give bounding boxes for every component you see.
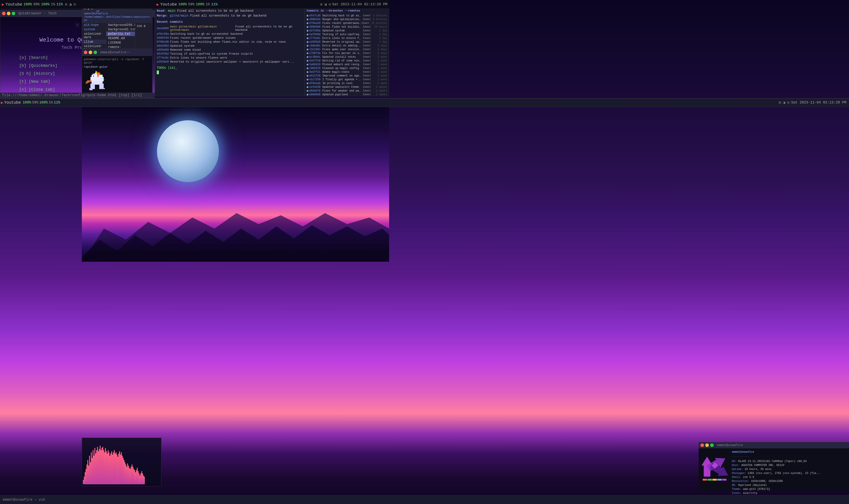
- magit-status-panel[interactable]: Head: main Fixed all screenshots to be o…: [155, 7, 305, 96]
- svg-rect-13: [93, 74, 95, 75]
- commit-dot: [307, 15, 308, 17]
- min-btn[interactable]: [7, 12, 11, 15]
- commit-time: 1 week: [373, 78, 387, 81]
- svg-rect-44: [722, 479, 726, 481]
- commits-header: Commits in --branches --remotes: [307, 9, 387, 12]
- app-name-bottom: Youtube: [4, 100, 21, 105]
- commit-time: 1 week: [373, 82, 387, 85]
- commit-dot: [307, 75, 308, 77]
- commit-msg: Pinned embark and reorganized packages: [322, 63, 362, 66]
- sep-icons: ⊞ ◨ ⊟: [65, 2, 76, 7]
- file-item-selected[interactable]: polarity.txt: [106, 32, 135, 36]
- git-merge-section: Merge: gitea/main Fixed all screenshots …: [157, 14, 303, 17]
- git-log-row: df6eeeb 3d printing is cool Emmet 1 week: [307, 82, 387, 85]
- commit-msg: Added magit-todos: [322, 71, 362, 74]
- svg-rect-41: [707, 479, 712, 481]
- commit-hash: b0b09d0: [309, 93, 322, 96]
- close-btn[interactable]: [2, 12, 5, 15]
- commit-author: Emmet: [363, 33, 372, 36]
- top-bar-right: ▶ Youtube 100% 59% 100% 1% 11% ⊞ ◨ ⊟ Sat…: [155, 0, 389, 9]
- commit-time: 1 day: [373, 33, 387, 36]
- git-log-row: 13c150c Fixes qemu user session uefi Emm…: [307, 48, 387, 51]
- commit-msg: I finally got agenda + syncthing to be: [322, 78, 362, 81]
- commit-msg: Updated uwunicorn theme: [322, 86, 362, 89]
- bottom-moon: [157, 120, 219, 182]
- commit-hash: a2650e0: [309, 40, 322, 43]
- commit-time: 1 week: [373, 67, 387, 70]
- file-item[interactable]: selenized-dark: [82, 32, 106, 40]
- screen-divider: [0, 98, 849, 98]
- neofetch-os-label: OS:: [732, 460, 738, 463]
- stat4-left: 1%: [51, 2, 55, 6]
- commit-line: dee0888 main gitea/main gitlab/main gith…: [157, 25, 303, 32]
- commit-hash: b0d4d70: [309, 89, 322, 92]
- git-log-row: e1c7259 I finally got agenda + syncthing…: [307, 78, 387, 81]
- max-btn[interactable]: [12, 12, 15, 15]
- svg-rect-26: [99, 73, 101, 76]
- audio-visualizer-window: [82, 438, 161, 486]
- commit-hash: df6eeeb: [309, 82, 322, 85]
- svg-rect-20: [89, 88, 93, 90]
- pokemon-window: emmet@snowfire:~ pokemon-colorscripts -n…: [82, 49, 152, 93]
- commit-msg: Fixes for waybar and patched custom hy: [322, 89, 362, 92]
- git-log-row: e011f28 Improved comment on agenda synct…: [307, 74, 387, 77]
- file-item[interactable]: system: [82, 27, 106, 32]
- commit-msg: Reverted to original uwunicorn wallpa: [322, 40, 362, 43]
- magit-content: Head: main Fixed all screenshots to be o…: [155, 7, 389, 96]
- git-log-row: b0d4d70 Fixes for waybar and patched cus…: [307, 89, 387, 92]
- commit-dot: [307, 49, 308, 50]
- neofetch-logo-area: [700, 450, 729, 489]
- commit-hash: 2774c0c: [309, 37, 322, 40]
- pokemon-titlebar: emmet@snowfire:~: [82, 49, 152, 56]
- file-item[interactable]: background1.txt: [106, 27, 135, 32]
- commit-msg: Switching back to gh as screenshot sub: [322, 14, 362, 17]
- commit-msg: Extra lines to ensure flakes work: [322, 37, 362, 40]
- magit-log-panel[interactable]: Commits in --branches --remotes dfe7c38 …: [305, 7, 389, 96]
- datetime-bottom: Sat 2023-11-04 02:13:20 PM: [791, 101, 846, 105]
- pokemon-name: rapidash-galar: [84, 65, 150, 69]
- commit-author: Emmet: [363, 82, 372, 85]
- commit-hash: 5af930d: [309, 33, 322, 36]
- svg-text:Q: Q: [77, 24, 78, 26]
- pokemon-art: [84, 70, 110, 93]
- neofetch-info: emmet@snowfire ----------- OS: NixOS 23.…: [732, 450, 847, 489]
- nixos-logo-svg: [700, 450, 729, 485]
- file-item[interactable]: background256.txt: [106, 23, 135, 27]
- neofetch-titlebar-text: emmet@snowfire: [717, 444, 743, 447]
- commit-time: 1 week: [373, 63, 387, 66]
- commit-hash: e011f28: [309, 74, 322, 77]
- git-log-row: 2774c0c Extra lines to ensure flakes wor…: [307, 37, 387, 40]
- file-item[interactable]: illum: [82, 40, 106, 44]
- file-item[interactable]: LICENSE: [106, 40, 135, 45]
- commit-time: 6 days: [373, 52, 387, 55]
- commit-author: Emmet: [363, 40, 372, 43]
- commit-msg: 3d printing is cool: [322, 82, 362, 85]
- commit-author: Emmet: [363, 93, 372, 96]
- pokemon-titlebar-text: emmet@snowfire:~: [100, 51, 130, 54]
- commit-dot: [307, 30, 308, 32]
- file-item[interactable]: README.md: [106, 36, 135, 40]
- commit-time: 1 day: [373, 29, 387, 32]
- commit-time: 1 week: [373, 55, 387, 58]
- commit-msg: Ranger dnd optimization + qb filepicki: [322, 18, 362, 21]
- stats-left: 100%: [23, 2, 32, 6]
- pokemon-content: pokemon-colorscripts -n rapidash -f gala…: [82, 56, 152, 93]
- commit-author: Emmet: [363, 86, 372, 89]
- bottom-status-text: emmet@snowfire — zsh: [3, 498, 45, 502]
- commit-msg: Fixes qemu user session uefi: [322, 48, 362, 51]
- commit-msg: Fixes flake not building when flake.ni: [322, 25, 362, 29]
- commit-dot: [307, 52, 308, 54]
- file-item[interactable]: ald-hope: [82, 23, 106, 27]
- commit-author: Emmet: [363, 44, 372, 47]
- git-log-row: cefa230 Updated uwunicorn theme Emmet 2 …: [307, 86, 387, 89]
- commit-hash: 3ed7f21: [309, 71, 322, 74]
- git-right-commits-list: dfe7c38 Switching back to gh as screensh…: [307, 14, 387, 96]
- commit-msg: Cleaned up magit config: [322, 67, 362, 70]
- commit-line: 2774c0c Extra lines to ensure flakes wor…: [157, 56, 303, 59]
- commit-author: Emmet: [363, 63, 372, 66]
- commit-line: b0d2003 Updated system: [157, 44, 303, 48]
- git-commits-list: dee0888 main gitea/main gitlab/main gith…: [157, 25, 303, 64]
- commit-dot: [307, 26, 308, 28]
- commit-dot: [307, 64, 308, 66]
- commit-hash: 13c150c: [309, 48, 322, 51]
